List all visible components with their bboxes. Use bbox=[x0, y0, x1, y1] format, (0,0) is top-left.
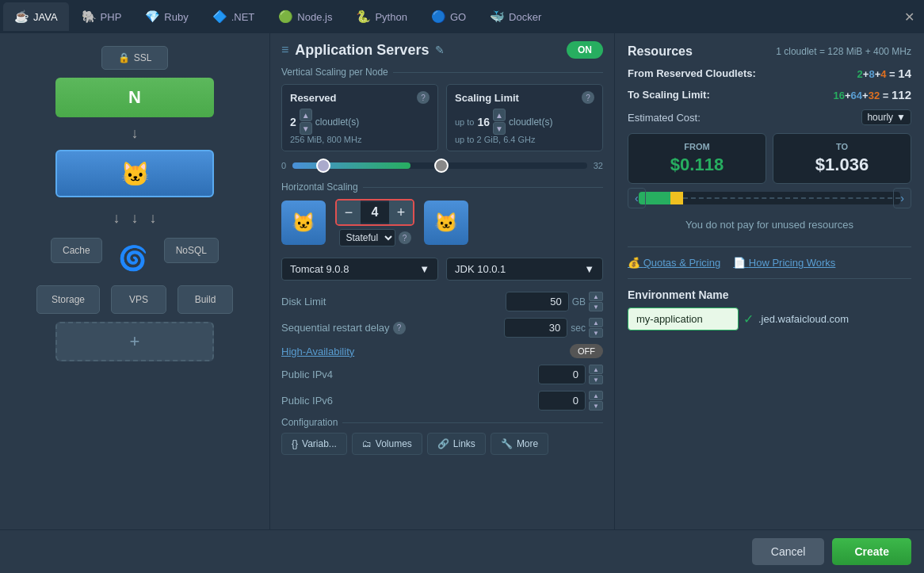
from-reserved-label: From Reserved Cloudlets: bbox=[628, 67, 756, 79]
high-avail-row: High-Availability OFF bbox=[281, 344, 603, 358]
tab-ruby[interactable]: 💎 Ruby bbox=[134, 2, 199, 31]
ipv6-row: Public IPv6 ▲ ▼ bbox=[281, 391, 603, 411]
divider-2 bbox=[628, 278, 911, 279]
tab-docker[interactable]: 🐳 Docker bbox=[479, 2, 552, 31]
links-button[interactable]: 🔗 Links bbox=[427, 433, 486, 455]
stateful-help-icon[interactable]: ? bbox=[399, 231, 411, 244]
check-icon: ✓ bbox=[743, 311, 754, 327]
slider-track[interactable] bbox=[292, 162, 587, 169]
volumes-button[interactable]: 🗂 Volumes bbox=[352, 433, 422, 455]
increment-button[interactable]: + bbox=[389, 201, 413, 224]
java-icon: ☕ bbox=[14, 10, 29, 24]
ipv6-label: Public IPv6 bbox=[281, 395, 538, 407]
vps-button[interactable]: VPS bbox=[111, 285, 166, 314]
disk-limit-row: Disk Limit GB ▲ ▼ bbox=[281, 292, 603, 311]
nginx-block[interactable]: N bbox=[55, 78, 214, 117]
ipv4-down-btn[interactable]: ▼ bbox=[589, 375, 603, 384]
down-arrow-right-icon: ↓ bbox=[150, 210, 157, 227]
disk-limit-input[interactable] bbox=[506, 292, 569, 311]
tab-net[interactable]: 🔷 .NET bbox=[201, 2, 266, 31]
how-pricing-works-link[interactable]: 📄 How Pricing Works bbox=[733, 257, 835, 269]
edit-icon[interactable]: ✎ bbox=[435, 44, 445, 56]
section-toggle[interactable]: ON bbox=[567, 41, 603, 59]
seq-up-btn[interactable]: ▲ bbox=[589, 318, 603, 327]
reserved-cloudlets-value: 2 bbox=[290, 116, 296, 128]
env-name-input[interactable] bbox=[628, 308, 739, 330]
stateful-select[interactable]: Stateful bbox=[339, 229, 395, 246]
seq-restart-spin: ▲ ▼ bbox=[589, 318, 603, 338]
reserved-unit: cloudlet(s) bbox=[315, 117, 359, 128]
tab-nodejs-label: Node.js bbox=[297, 11, 332, 23]
reserved-thumb[interactable] bbox=[316, 159, 330, 173]
tomcat-select[interactable]: Tomcat 9.0.8 ▼ bbox=[281, 258, 438, 281]
env-input-row: ✓ .jed.wafaicloud.com bbox=[628, 308, 911, 330]
scaling-up-btn[interactable]: ▲ bbox=[493, 109, 506, 121]
reserved-input-row: 2 ▲ ▼ cloudlet(s) bbox=[290, 109, 430, 135]
tab-nodejs[interactable]: 🟢 Node.js bbox=[267, 2, 343, 31]
ipv4-up-btn[interactable]: ▲ bbox=[589, 365, 603, 374]
cache-button[interactable]: Cache bbox=[51, 238, 102, 263]
selects-row: Tomcat 9.0.8 ▼ JDK 10.0.1 ▼ bbox=[281, 258, 603, 281]
variables-label: Variab... bbox=[302, 438, 337, 449]
ipv6-input[interactable] bbox=[538, 391, 586, 411]
ipv6-down-btn[interactable]: ▼ bbox=[589, 401, 603, 411]
scaling-down-btn[interactable]: ▼ bbox=[493, 122, 506, 135]
tab-php-label: PHP bbox=[101, 11, 122, 23]
prev-button[interactable]: ‹ bbox=[628, 188, 646, 208]
jdk-select[interactable]: JDK 10.0.1 ▼ bbox=[446, 258, 603, 281]
tomcat-mini-right: 🐱 bbox=[424, 201, 468, 245]
disk-down-btn[interactable]: ▼ bbox=[589, 302, 603, 311]
cache-item: Cache bbox=[51, 238, 102, 277]
tomcat-version-label: Tomcat 9.0.8 bbox=[290, 263, 349, 275]
seq-restart-help-icon[interactable]: ? bbox=[393, 322, 406, 334]
variables-button[interactable]: {} Variab... bbox=[281, 433, 347, 455]
tab-python[interactable]: 🐍 Python bbox=[345, 2, 418, 31]
tab-python-label: Python bbox=[375, 11, 407, 23]
disk-up-btn[interactable]: ▲ bbox=[589, 292, 603, 301]
disk-limit-spin: ▲ ▼ bbox=[589, 292, 603, 311]
cancel-button[interactable]: Cancel bbox=[752, 538, 825, 565]
document-icon: 📄 bbox=[733, 257, 746, 269]
quotas-pricing-link[interactable]: 💰 Quotas & Pricing bbox=[628, 257, 720, 269]
reserved-help-icon[interactable]: ? bbox=[417, 91, 430, 104]
solr-icon[interactable]: 🌀 bbox=[113, 238, 153, 277]
reserved-up-btn[interactable]: ▲ bbox=[300, 109, 312, 121]
build-button[interactable]: Build bbox=[178, 285, 233, 314]
tab-go-label: GO bbox=[450, 11, 466, 23]
h-scaling: 🐱 − 4 + Stateful ? 🐱 bbox=[281, 199, 603, 246]
chevron-down-icon-2: ▼ bbox=[584, 263, 594, 275]
reserved-title: Reserved bbox=[290, 92, 337, 104]
tab-java[interactable]: ☕ JAVA bbox=[3, 2, 69, 31]
cost-period-selector[interactable]: hourly ▼ bbox=[861, 109, 911, 125]
scaling-help-icon[interactable]: ? bbox=[582, 91, 594, 104]
reserved-down-btn[interactable]: ▼ bbox=[300, 122, 312, 135]
create-button[interactable]: Create bbox=[832, 538, 911, 565]
decrement-button[interactable]: − bbox=[337, 201, 361, 224]
tab-java-label: JAVA bbox=[33, 11, 58, 23]
next-button[interactable]: › bbox=[893, 188, 911, 208]
nosql-button[interactable]: NoSQL bbox=[164, 238, 219, 263]
seq-restart-input[interactable] bbox=[504, 318, 567, 338]
storage-button[interactable]: Storage bbox=[36, 285, 100, 314]
more-button[interactable]: 🔧 More bbox=[491, 433, 548, 455]
from-price-label: FROM bbox=[684, 142, 709, 151]
ipv6-up-btn[interactable]: ▲ bbox=[589, 391, 603, 400]
close-button[interactable]: ✕ bbox=[898, 6, 921, 28]
limit-thumb[interactable] bbox=[434, 159, 449, 173]
ipv4-input[interactable] bbox=[538, 365, 586, 384]
progress-bar bbox=[639, 192, 900, 204]
estimated-cost-row: Estimated Cost: hourly ▼ bbox=[628, 109, 911, 125]
tab-php[interactable]: 🐘 PHP bbox=[71, 2, 133, 31]
tomcat-mini-left: 🐱 bbox=[281, 201, 326, 245]
tab-go[interactable]: 🔵 GO bbox=[420, 2, 477, 31]
tomcat-block[interactable]: 🐱 bbox=[55, 150, 214, 197]
ssl-button[interactable]: 🔒 SSL bbox=[101, 46, 169, 70]
to-scaling-label: To Scaling Limit: bbox=[628, 89, 710, 101]
seq-down-btn[interactable]: ▼ bbox=[589, 328, 603, 338]
ipv4-spin: ▲ ▼ bbox=[589, 365, 603, 384]
high-avail-link[interactable]: High-Availability bbox=[281, 346, 354, 357]
add-node-button[interactable]: + bbox=[55, 322, 214, 361]
high-avail-toggle[interactable]: OFF bbox=[570, 344, 603, 358]
cloudlet-equation: 1 cloudlet = 128 MiB + 400 MHz bbox=[776, 46, 911, 57]
vertical-scaling-label: Vertical Scaling per Node bbox=[281, 67, 603, 78]
